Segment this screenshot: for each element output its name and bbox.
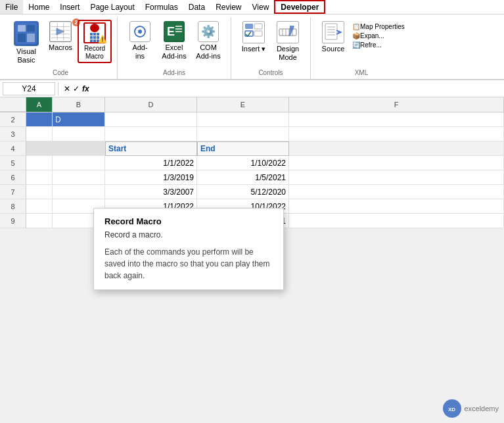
cell-f3[interactable]	[289, 127, 504, 141]
cell-e2[interactable]	[197, 112, 289, 127]
menu-developer[interactable]: Developer	[274, 0, 325, 14]
design-mode-button[interactable]: DesignMode	[271, 20, 305, 63]
source-button[interactable]: Source	[316, 20, 350, 61]
add-ins-button[interactable]: Add-ins	[123, 20, 157, 62]
menu-view[interactable]: View	[247, 0, 275, 14]
macros-label: Macros	[49, 43, 72, 52]
map-properties-button[interactable]: 📋 Map Properties	[350, 22, 407, 31]
svg-rect-4	[27, 34, 35, 42]
cell-a3[interactable]	[26, 127, 53, 141]
xml-small-buttons: 📋 Map Properties 📦 Expan... 🔄 Refre...	[350, 20, 407, 50]
cell-b4[interactable]	[53, 141, 105, 156]
ribbon: VisualBasic	[0, 14, 504, 80]
svg-rect-18	[245, 24, 253, 29]
cell-a2[interactable]	[26, 112, 53, 127]
cell-e3[interactable]	[197, 127, 289, 141]
formula-icons: ✕ ✓ fx	[61, 84, 92, 93]
table-row: 3	[0, 127, 504, 141]
cell-b6[interactable]	[53, 170, 105, 185]
record-macro-button[interactable]: ⚠️ RecordMacro	[78, 20, 112, 63]
cell-d6[interactable]: 1/3/2019	[105, 170, 197, 185]
row-number: 2	[0, 112, 26, 127]
col-header-e[interactable]: E	[197, 97, 289, 112]
menu-bar: File Home Insert Page Layout Formulas Da…	[0, 0, 504, 14]
menu-file[interactable]: File	[0, 0, 23, 14]
record-macro-icon: ⚠️	[83, 22, 106, 43]
select-all-corner[interactable]	[0, 97, 26, 112]
cell-d3[interactable]	[105, 127, 197, 141]
watermark-text: exceldemy	[464, 405, 499, 412]
menu-review[interactable]: Review	[210, 0, 246, 14]
ribbon-group-controls: Insert ▾ DesignMode	[231, 17, 311, 79]
cell-f6[interactable]	[289, 170, 504, 185]
tooltip-body: Each of the commands you perform will be…	[104, 246, 273, 282]
table-row: 6 1/3/2019 1/5/2021	[0, 170, 504, 185]
excel-add-ins-icon: E	[164, 21, 185, 42]
cell-d7[interactable]: 3/3/2007	[105, 185, 197, 199]
svg-rect-19	[254, 24, 262, 29]
function-icon[interactable]: fx	[82, 84, 89, 93]
cell-a5[interactable]	[26, 156, 53, 170]
refresh-data-button[interactable]: 🔄 Refre...	[350, 41, 407, 49]
cell-a9[interactable]	[26, 214, 53, 228]
vba-icon	[14, 21, 39, 46]
col-header-a[interactable]: A	[26, 97, 53, 112]
svg-rect-27	[325, 24, 337, 39]
cell-b3[interactable]	[53, 127, 105, 141]
com-add-ins-button[interactable]: ⚙️ COMAdd-ins	[191, 20, 225, 62]
menu-insert[interactable]: Insert	[55, 0, 85, 14]
design-mode-label: DesignMode	[277, 45, 299, 62]
cell-f9[interactable]	[289, 214, 504, 228]
formula-divider	[58, 82, 58, 95]
cell-f7[interactable]	[289, 185, 504, 199]
col-header-f[interactable]: F	[289, 97, 504, 112]
cell-b5[interactable]	[53, 156, 105, 170]
confirm-formula-icon[interactable]: ✓	[73, 84, 80, 93]
visual-basic-button[interactable]: VisualBasic	[9, 20, 43, 66]
cell-e4-end[interactable]: End	[197, 141, 289, 156]
code-group-label: Code	[9, 68, 112, 79]
menu-home[interactable]: Home	[23, 0, 55, 14]
formula-input[interactable]	[92, 84, 501, 93]
cell-a7[interactable]	[26, 185, 53, 199]
cell-a4[interactable]	[26, 141, 53, 156]
cell-d2[interactable]	[105, 112, 197, 127]
com-add-ins-icon: ⚙️	[198, 21, 219, 42]
addins-group-label: Add-ins	[123, 68, 225, 79]
cell-f4[interactable]	[289, 141, 504, 156]
col-header-d[interactable]: D	[105, 97, 197, 112]
cell-e6[interactable]: 1/5/2021	[197, 170, 289, 185]
menu-page-layout[interactable]: Page Layout	[85, 0, 139, 14]
menu-formulas[interactable]: Formulas	[140, 0, 183, 14]
cell-a8[interactable]	[26, 199, 53, 214]
cell-f2[interactable]	[289, 112, 504, 127]
cell-reference-input[interactable]	[3, 82, 55, 95]
tooltip-title: Record Macro	[104, 216, 273, 226]
column-headers: A B D E F	[0, 97, 504, 112]
watermark-logo: XD	[443, 399, 461, 418]
cell-e7[interactable]: 5/12/2020	[197, 185, 289, 199]
insert-controls-icon	[242, 21, 265, 43]
svg-text:XD: XD	[448, 407, 455, 412]
cell-d5[interactable]: 1/1/2022	[105, 156, 197, 170]
col-header-b[interactable]: B	[53, 97, 105, 112]
add-ins-icon	[129, 21, 150, 42]
insert-controls-button[interactable]: Insert ▾	[237, 20, 271, 61]
row-number: 8	[0, 199, 26, 214]
cell-e5[interactable]: 1/10/2022	[197, 156, 289, 170]
design-mode-icon	[277, 21, 299, 43]
cell-f8[interactable]	[289, 199, 504, 214]
excel-add-ins-label: ExcelAdd-ins	[162, 43, 186, 61]
macros-button[interactable]: Macros 2	[43, 20, 78, 61]
menu-data[interactable]: Data	[183, 0, 210, 14]
cancel-formula-icon[interactable]: ✕	[64, 84, 70, 93]
expand-packs-button[interactable]: 📦 Expan...	[350, 32, 407, 40]
cell-f5[interactable]	[289, 156, 504, 170]
cell-a6[interactable]	[26, 170, 53, 185]
excel-add-ins-button[interactable]: E ExcelAdd-ins	[157, 20, 191, 62]
cell-d4-start[interactable]: Start	[105, 141, 197, 156]
cell-b2[interactable]: D	[53, 112, 105, 127]
cell-b7[interactable]	[53, 185, 105, 199]
svg-text:E: E	[167, 25, 175, 38]
map-icon: 📋	[352, 23, 360, 30]
